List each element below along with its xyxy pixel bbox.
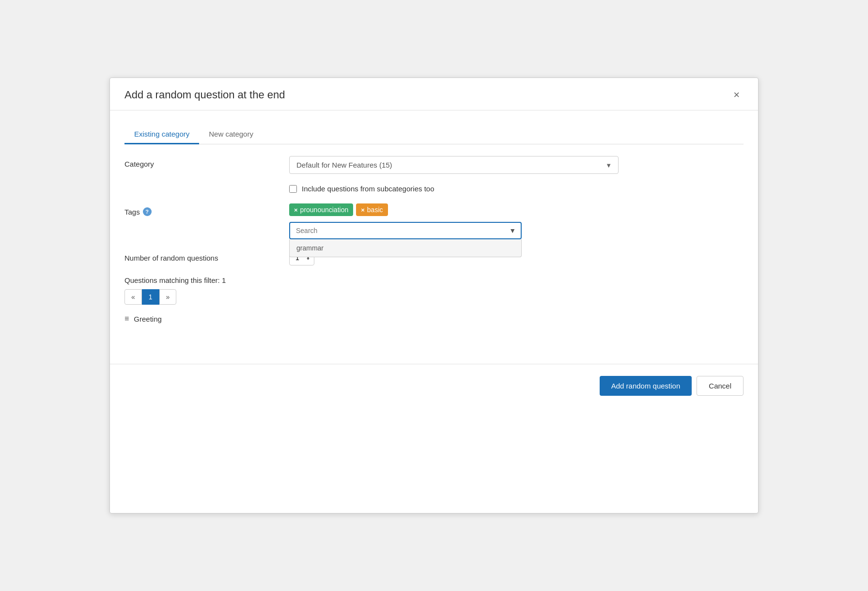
tag-basic-label: basic	[367, 206, 383, 214]
close-button[interactable]: ×	[729, 88, 744, 102]
tab-existing-category[interactable]: Existing category	[124, 125, 199, 144]
tag-search-wrapper: ▼ grammar	[289, 222, 522, 239]
tags-label-area: Tags ?	[124, 203, 289, 216]
tag-basic: × basic	[356, 203, 388, 216]
subcategory-checkbox[interactable]	[289, 185, 297, 193]
form-section: Category Default for New Features (15) ▼…	[124, 144, 744, 325]
tags-help-icon[interactable]: ?	[143, 207, 152, 216]
tags-row: Tags ? × prounounciation × basic	[124, 203, 744, 239]
category-row: Category Default for New Features (15) ▼	[124, 156, 744, 174]
tabs: Existing category New category	[124, 125, 744, 144]
page-next-button[interactable]: »	[159, 289, 177, 305]
tag-pronunciation: × prounounciation	[289, 203, 353, 216]
questions-filter-text: Questions matching this filter: 1	[124, 276, 744, 284]
question-list: ≡ Greeting	[124, 312, 744, 325]
page-prev-button[interactable]: «	[124, 289, 142, 305]
page-1-button[interactable]: 1	[142, 289, 159, 305]
category-select[interactable]: Default for New Features (15)	[289, 156, 619, 174]
question-item: ≡ Greeting	[124, 312, 744, 325]
modal-footer: Add random question Cancel	[110, 364, 758, 407]
tag-basic-remove[interactable]: ×	[361, 206, 365, 214]
tag-pronunciation-label: prounounciation	[300, 206, 349, 214]
modal-title: Add a random question at the end	[124, 89, 285, 101]
num-questions-label: Number of random questions	[124, 250, 289, 262]
modal-header: Add a random question at the end ×	[110, 78, 758, 110]
tags-control: × prounounciation × basic ▼	[289, 203, 744, 239]
question-item-text: Greeting	[134, 315, 162, 323]
questions-filter-section: Questions matching this filter: 1 « 1 »	[124, 276, 744, 305]
subcategory-label[interactable]: Include questions from subcategories too	[302, 185, 434, 193]
modal-body: Existing category New category Category …	[110, 110, 758, 335]
pagination: « 1 »	[124, 289, 744, 305]
add-random-question-button[interactable]: Add random question	[600, 376, 692, 396]
tag-dropdown-list: grammar	[289, 239, 522, 257]
tag-search-input[interactable]	[289, 222, 522, 239]
tags-label: Tags	[124, 208, 140, 216]
cancel-button[interactable]: Cancel	[697, 376, 744, 396]
tab-new-category[interactable]: New category	[199, 125, 263, 144]
category-label: Category	[124, 156, 289, 168]
category-control: Default for New Features (15) ▼	[289, 156, 744, 174]
tags-selected: × prounounciation × basic	[289, 203, 744, 216]
tag-pronunciation-remove[interactable]: ×	[294, 206, 298, 214]
tags-area: × prounounciation × basic ▼	[289, 203, 744, 239]
dropdown-item-grammar[interactable]: grammar	[290, 239, 521, 257]
subcategory-row: Include questions from subcategories too	[289, 185, 744, 193]
modal: Add a random question at the end × Exist…	[109, 78, 759, 513]
category-select-wrapper: Default for New Features (15) ▼	[289, 156, 619, 174]
question-item-icon: ≡	[124, 314, 129, 323]
